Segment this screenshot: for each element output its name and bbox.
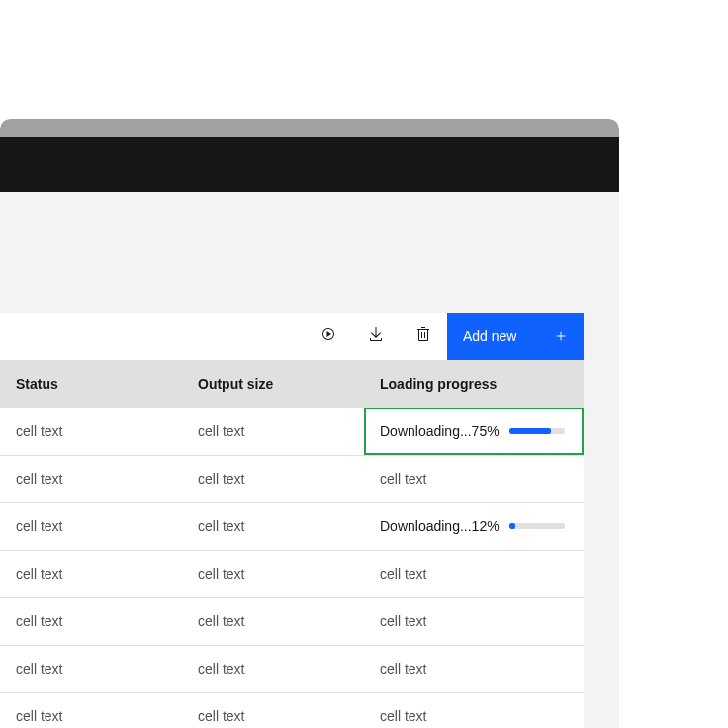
table-row[interactable]: cell textcell textcell text bbox=[0, 550, 584, 597]
run-button[interactable] bbox=[305, 313, 352, 360]
cell-status: cell text bbox=[0, 597, 182, 645]
cell-status: cell text bbox=[0, 645, 182, 692]
cell-status: cell text bbox=[0, 408, 182, 455]
add-new-button[interactable]: Add new bbox=[447, 313, 584, 360]
table-row[interactable]: cell textcell textDownloading...12% bbox=[0, 502, 584, 550]
col-header-output-size[interactable]: Output size bbox=[182, 360, 364, 408]
cell-output-size: cell text bbox=[182, 455, 364, 502]
table-row[interactable]: cell textcell textcell text bbox=[0, 645, 584, 692]
delete-button[interactable] bbox=[400, 313, 447, 360]
table-row[interactable]: cell textcell textcell text bbox=[0, 597, 584, 645]
window-titlebar-shadow bbox=[0, 119, 619, 136]
table-row[interactable]: cell textcell textDownloading...75% bbox=[0, 408, 584, 455]
cell-loading-progress: cell text bbox=[364, 550, 584, 597]
play-circle-icon bbox=[320, 326, 336, 346]
table-row[interactable]: cell textcell textcell text bbox=[0, 455, 584, 502]
cell-status: cell text bbox=[0, 502, 182, 550]
add-new-label: Add new bbox=[463, 328, 516, 344]
cell-status: cell text bbox=[0, 692, 182, 728]
cell-loading-progress: Downloading...12% bbox=[364, 502, 584, 550]
cell-status: cell text bbox=[0, 550, 182, 597]
app-header-bar bbox=[0, 136, 619, 192]
cell-loading-progress: cell text bbox=[364, 597, 584, 645]
content-padding bbox=[0, 192, 619, 313]
cell-loading-progress: cell text bbox=[364, 692, 584, 728]
cell-loading-progress: cell text bbox=[364, 645, 584, 692]
progress-label: Downloading...75% bbox=[380, 423, 500, 439]
toolbar-spacer bbox=[0, 313, 305, 360]
app-window: Add new Status Output size Loading progr… bbox=[0, 119, 619, 728]
table-row[interactable]: cell textcell textcell text bbox=[0, 692, 584, 728]
cell-output-size: cell text bbox=[182, 692, 364, 728]
cell-output-size: cell text bbox=[182, 408, 364, 455]
cell-status: cell text bbox=[0, 455, 182, 502]
progress-bar bbox=[509, 428, 565, 434]
cell-loading-progress: Downloading...75% bbox=[364, 408, 584, 455]
data-table: Status Output size Loading progress cell… bbox=[0, 360, 584, 728]
progress-bar bbox=[509, 523, 565, 529]
download-button[interactable] bbox=[352, 313, 400, 360]
cell-output-size: cell text bbox=[182, 645, 364, 692]
cell-output-size: cell text bbox=[182, 597, 364, 645]
cell-output-size: cell text bbox=[182, 550, 364, 597]
download-icon bbox=[368, 326, 384, 346]
table-toolbar: Add new bbox=[0, 313, 584, 360]
cell-output-size: cell text bbox=[182, 502, 364, 550]
col-header-loading-progress[interactable]: Loading progress bbox=[364, 360, 584, 408]
col-header-status[interactable]: Status bbox=[0, 360, 182, 408]
trash-icon bbox=[415, 326, 431, 346]
cell-loading-progress: cell text bbox=[364, 455, 584, 502]
table-header-row: Status Output size Loading progress bbox=[0, 360, 584, 408]
progress-label: Downloading...12% bbox=[380, 518, 500, 534]
progress-fill bbox=[509, 523, 516, 529]
progress-fill bbox=[509, 428, 551, 434]
plus-icon bbox=[554, 329, 568, 343]
